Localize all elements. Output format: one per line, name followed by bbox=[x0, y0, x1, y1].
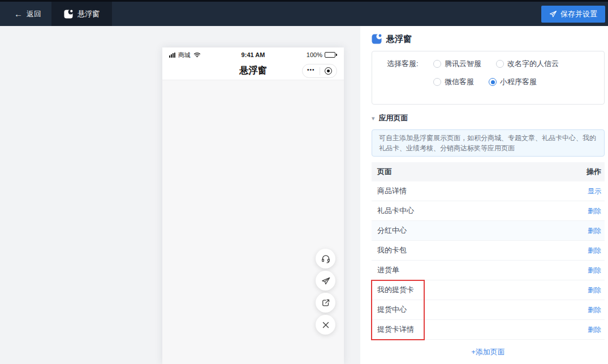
radio-row: 腾讯云智服改名字的人信云 bbox=[433, 59, 559, 69]
section-title: 应用页面 bbox=[379, 113, 408, 123]
save-button-label: 保存并设置 bbox=[560, 9, 597, 19]
page-name: 礼品卡中心 bbox=[372, 206, 588, 216]
row-action-link[interactable]: 删除 bbox=[588, 325, 605, 335]
carrier-label: 商城 bbox=[178, 51, 191, 59]
table-row: 提货卡详情 删除 bbox=[372, 320, 605, 340]
radio-icon[interactable] bbox=[496, 60, 504, 68]
topbar-spacer bbox=[112, 2, 541, 26]
collapse-caret-icon[interactable]: ▾ bbox=[372, 115, 375, 122]
signal-bars-icon bbox=[169, 53, 175, 58]
table-row: 进货单 删除 bbox=[372, 261, 605, 280]
headset-icon[interactable] bbox=[316, 249, 335, 268]
row-action-link[interactable]: 删除 bbox=[588, 305, 605, 315]
back-arrow-icon: ← bbox=[14, 10, 23, 18]
tab-floating-window[interactable]: 悬浮窗 bbox=[51, 2, 112, 26]
page-name: 分红中心 bbox=[372, 226, 588, 236]
table-header: 页面 操作 bbox=[372, 162, 605, 181]
table-row: 分红中心 删除 bbox=[372, 221, 605, 241]
phone-page-title: 悬浮窗 bbox=[240, 65, 267, 77]
floating-button-group bbox=[316, 249, 335, 335]
tab-label: 悬浮窗 bbox=[77, 9, 100, 19]
floating-window-logo-icon bbox=[372, 34, 382, 44]
radio-option[interactable]: 小程序客服 bbox=[489, 77, 537, 87]
column-header-action: 操作 bbox=[587, 167, 605, 177]
row-action-link[interactable]: 删除 bbox=[588, 206, 605, 216]
share-icon[interactable] bbox=[316, 293, 335, 313]
more-icon[interactable]: ••• bbox=[303, 67, 320, 75]
back-button[interactable]: ← 返回 bbox=[0, 2, 47, 26]
radio-option[interactable]: 腾讯云智服 bbox=[433, 59, 481, 69]
status-time: 9:41 AM bbox=[225, 51, 281, 58]
row-action-link[interactable]: 删除 bbox=[588, 266, 605, 275]
radio-icon[interactable] bbox=[433, 78, 441, 86]
radio-row: 微信客服小程序客服 bbox=[433, 77, 537, 87]
table-row: 礼品卡中心 删除 bbox=[372, 201, 605, 221]
radio-option-label: 小程序客服 bbox=[500, 77, 537, 87]
row-action-link[interactable]: 删除 bbox=[588, 246, 605, 255]
page-name: 我的提货卡 bbox=[372, 285, 588, 295]
panel-header: 悬浮窗 bbox=[372, 33, 605, 45]
settings-panel: 悬浮窗 选择客服: 腾讯云智服改名字的人信云 微信客服小程序客服 ▾ 应用页面 … bbox=[360, 26, 608, 364]
row-action-link[interactable]: 删除 bbox=[588, 226, 605, 236]
tip-box: 可自主添加悬浮窗展示页面，如积分商城、专题文章、礼品卡中心、我的礼品卡、业绩考核… bbox=[372, 129, 605, 157]
customer-service-box: 选择客服: 腾讯云智服改名字的人信云 微信客服小程序客服 bbox=[372, 51, 605, 105]
floating-window-icon bbox=[64, 10, 73, 19]
radio-icon[interactable] bbox=[489, 78, 497, 86]
save-and-set-button[interactable]: 保存并设置 bbox=[541, 6, 605, 23]
column-header-page: 页面 bbox=[372, 167, 587, 177]
page-name: 提货中心 bbox=[372, 305, 588, 315]
back-button-label: 返回 bbox=[27, 9, 41, 19]
row-action-link[interactable]: 删除 bbox=[588, 285, 605, 295]
page-name: 提货卡详情 bbox=[372, 324, 588, 335]
page-table-body: 商品详情 显示 礼品卡中心 删除 分红中心 删除 我的卡包 删除 进货单 删除 … bbox=[372, 181, 605, 340]
page-name: 我的卡包 bbox=[372, 245, 588, 255]
table-row: 商品详情 显示 bbox=[372, 181, 605, 201]
miniprogram-capsule: ••• bbox=[302, 64, 337, 78]
table-row: 提货中心 删除 bbox=[372, 300, 605, 320]
radio-icon[interactable] bbox=[433, 60, 441, 68]
page-table: 页面 操作 商品详情 显示 礼品卡中心 删除 分红中心 删除 我的卡包 删除 进… bbox=[372, 162, 605, 364]
phone-preview: 商城 9:41 AM 100% 悬浮窗 bbox=[162, 47, 344, 364]
preview-canvas: 商城 9:41 AM 100% 悬浮窗 bbox=[0, 26, 360, 364]
row-action-link[interactable]: 显示 bbox=[588, 187, 605, 196]
radio-option-label: 腾讯云智服 bbox=[445, 59, 481, 69]
paper-plane-icon[interactable] bbox=[316, 271, 335, 291]
send-icon bbox=[549, 10, 557, 18]
battery-percent: 100% bbox=[307, 51, 322, 58]
page-name: 进货单 bbox=[372, 265, 588, 275]
page-name: 商品详情 bbox=[372, 186, 588, 196]
topbar: ← 返回 悬浮窗 保存并设置 bbox=[0, 0, 608, 26]
battery-icon bbox=[325, 52, 337, 58]
panel-title: 悬浮窗 bbox=[386, 34, 412, 45]
radio-option[interactable]: 微信客服 bbox=[433, 77, 474, 87]
exit-target-icon[interactable] bbox=[320, 67, 337, 75]
radio-option-label: 微信客服 bbox=[445, 77, 474, 87]
close-icon[interactable] bbox=[316, 315, 335, 335]
add-page-link[interactable]: +添加页面 bbox=[471, 347, 505, 357]
phone-status-bar: 商城 9:41 AM 100% bbox=[162, 47, 344, 62]
radio-option[interactable]: 改名字的人信云 bbox=[496, 59, 559, 69]
table-row: 我的提货卡 删除 bbox=[372, 280, 605, 300]
radio-option-label: 改名字的人信云 bbox=[507, 59, 559, 69]
phone-nav-bar: 悬浮窗 ••• bbox=[162, 62, 344, 80]
section-header-app-pages[interactable]: ▾ 应用页面 bbox=[372, 112, 605, 124]
table-footer: +添加页面 bbox=[372, 340, 605, 364]
wifi-icon bbox=[193, 52, 201, 58]
table-row: 我的卡包 删除 bbox=[372, 241, 605, 261]
service-select-label: 选择客服: bbox=[387, 59, 433, 69]
